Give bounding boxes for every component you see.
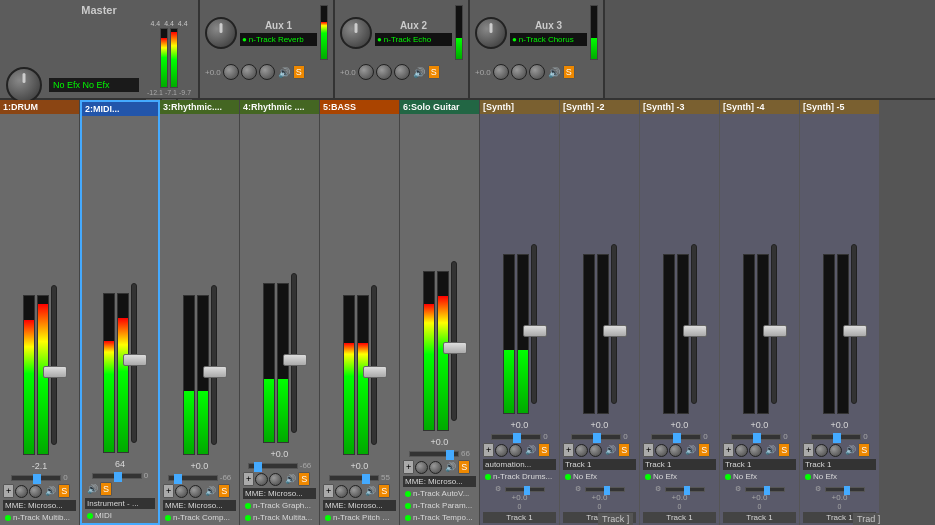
channel-guitar-efx-3[interactable]: n-Track Tempo... <box>403 512 476 523</box>
channel-synth2-plus-btn[interactable]: + <box>563 443 574 457</box>
channel-synth1-knob2[interactable] <box>509 444 522 457</box>
channel-synth2-fader[interactable] <box>603 325 627 337</box>
aux1-headphone-icon[interactable]: 🔊 <box>277 65 291 79</box>
channel-drum-knob1[interactable] <box>15 485 28 498</box>
channel-synth1-plus-btn[interactable]: + <box>483 443 494 457</box>
channel-synth2-speaker-icon[interactable]: 🔊 <box>603 443 617 457</box>
channel-synth5-header[interactable]: [Synth] -5 <box>800 100 879 114</box>
channel-midi-pan-slider[interactable] <box>92 473 142 479</box>
channel-guitar-plus-btn[interactable]: + <box>403 460 414 474</box>
channel-rhythmic1-header[interactable]: 3:Rhythmic.... <box>160 100 239 114</box>
channel-bass-knob2[interactable] <box>349 485 362 498</box>
channel-bass-knob1[interactable] <box>335 485 348 498</box>
channel-drum-device[interactable]: MME: Microso... <box>3 500 76 511</box>
channel-midi-efx-1[interactable]: MIDI <box>85 510 155 521</box>
channel-synth5-efx-1[interactable]: No Efx <box>803 471 876 482</box>
channel-synth3-s-btn[interactable]: S <box>698 443 710 457</box>
aux2-headphone-icon[interactable]: 🔊 <box>412 65 426 79</box>
channel-rhythmic2-fader[interactable] <box>283 354 307 366</box>
channel-synth2-header[interactable]: [Synth] -2 <box>560 100 639 114</box>
aux3-small-knob-3[interactable] <box>529 64 545 80</box>
channel-drum-header[interactable]: 1:DRUM <box>0 100 79 114</box>
channel-synth4-s-btn[interactable]: S <box>778 443 790 457</box>
aux3-headphone-icon[interactable]: 🔊 <box>547 65 561 79</box>
channel-rhythmic2-efx-1[interactable]: n-Track Graph... <box>243 500 316 511</box>
channel-rhythmic1-plus-btn[interactable]: + <box>163 484 174 498</box>
channel-bass-pan-slider[interactable] <box>329 475 379 481</box>
channel-synth3-send-fader[interactable] <box>665 487 705 492</box>
aux1-s-button[interactable]: S <box>293 65 305 79</box>
channel-midi-fader[interactable] <box>123 354 147 366</box>
channel-bass-efx-1[interactable]: n-Track Pitch S... <box>323 512 396 523</box>
channel-synth5-pan-slider[interactable] <box>811 434 861 440</box>
channel-guitar-knob2[interactable] <box>429 461 442 474</box>
channel-drum-knob2[interactable] <box>29 485 42 498</box>
channel-rhythmic2-knob2[interactable] <box>269 473 282 486</box>
aux2-s-button[interactable]: S <box>428 65 440 79</box>
aux3-small-knob-1[interactable] <box>493 64 509 80</box>
channel-rhythmic1-knob2[interactable] <box>189 485 202 498</box>
channel-rhythmic1-device[interactable]: MME: Microso... <box>163 500 236 511</box>
channel-rhythmic1-knob1[interactable] <box>175 485 188 498</box>
channel-synth5-plus-btn[interactable]: + <box>803 443 814 457</box>
aux1-small-knob-2[interactable] <box>241 64 257 80</box>
channel-synth2-send-fader[interactable] <box>585 487 625 492</box>
channel-synth2-device[interactable]: Track 1 <box>563 459 636 470</box>
channel-synth3-header[interactable]: [Synth] -3 <box>640 100 719 114</box>
channel-guitar-pan-slider[interactable] <box>409 451 459 457</box>
aux3-s-button[interactable]: S <box>563 65 575 79</box>
channel-bass-device[interactable]: MME: Microso... <box>323 500 396 511</box>
channel-synth3-knob2[interactable] <box>669 444 682 457</box>
channel-synth1-s-btn[interactable]: S <box>538 443 550 457</box>
channel-synth2-efx-1[interactable]: No Efx <box>563 471 636 482</box>
channel-rhythmic2-plus-btn[interactable]: + <box>243 472 254 486</box>
channel-drum-pan-slider[interactable] <box>11 475 61 481</box>
channel-synth5-send-fader[interactable] <box>825 487 865 492</box>
channel-guitar-s-btn[interactable]: S <box>458 460 470 474</box>
aux2-small-knob-1[interactable] <box>358 64 374 80</box>
master-knob[interactable] <box>6 67 42 103</box>
channel-synth3-device[interactable]: Track 1 <box>643 459 716 470</box>
channel-synth4-pan-slider[interactable] <box>731 434 781 440</box>
channel-synth1-header[interactable]: [Synth] <box>480 100 559 114</box>
channel-synth3-speaker-icon[interactable]: 🔊 <box>683 443 697 457</box>
channel-synth1-fader[interactable] <box>523 325 547 337</box>
channel-synth5-speaker-icon[interactable]: 🔊 <box>843 443 857 457</box>
channel-rhythmic2-efx-2[interactable]: n-Track Multita... <box>243 512 316 523</box>
channel-synth3-pan-slider[interactable] <box>651 434 701 440</box>
channel-rhythmic1-pan-slider[interactable] <box>168 475 218 481</box>
channel-synth4-send-fader[interactable] <box>745 487 785 492</box>
channel-rhythmic1-efx-1[interactable]: n-Track Comp... <box>163 512 236 523</box>
channel-synth3-fader[interactable] <box>683 325 707 337</box>
channel-rhythmic2-device[interactable]: MME: Microso... <box>243 488 316 499</box>
channel-synth4-knob2[interactable] <box>749 444 762 457</box>
channel-rhythmic2-s-btn[interactable]: S <box>298 472 310 486</box>
channel-synth3-efx-1[interactable]: No Efx <box>643 471 716 482</box>
channel-guitar-header[interactable]: 6:Solo Guitar <box>400 100 479 114</box>
channel-synth4-device[interactable]: Track 1 <box>723 459 796 470</box>
channel-synth5-fader[interactable] <box>843 325 867 337</box>
channel-bass-plus-btn[interactable]: + <box>323 484 334 498</box>
channel-synth1-send-fader[interactable] <box>505 487 545 492</box>
channel-synth1-pan-slider[interactable] <box>491 434 541 440</box>
channel-synth1-speaker-icon[interactable]: 🔊 <box>523 443 537 457</box>
channel-midi-speaker-icon[interactable]: 🔊 <box>85 482 99 496</box>
aux2-small-knob-2[interactable] <box>376 64 392 80</box>
aux1-knob[interactable] <box>205 17 237 49</box>
channel-synth5-s-btn[interactable]: S <box>858 443 870 457</box>
channel-synth2-knob1[interactable] <box>575 444 588 457</box>
channel-guitar-fader[interactable] <box>443 342 467 354</box>
channel-drum-fader[interactable] <box>43 366 67 378</box>
channel-guitar-knob1[interactable] <box>415 461 428 474</box>
channel-bass-s-btn[interactable]: S <box>378 484 390 498</box>
channel-midi-device[interactable]: Instrument - ... <box>85 498 155 509</box>
channel-bass-fader[interactable] <box>363 366 387 378</box>
channel-drum-plus-btn[interactable]: + <box>3 484 14 498</box>
aux2-knob[interactable] <box>340 17 372 49</box>
channel-guitar-efx-2[interactable]: n-Track Param... <box>403 500 476 511</box>
channel-synth5-knob1[interactable] <box>815 444 828 457</box>
channel-midi-s-btn[interactable]: S <box>100 482 112 496</box>
channel-rhythmic1-fader[interactable] <box>203 366 227 378</box>
channel-synth2-knob2[interactable] <box>589 444 602 457</box>
channel-guitar-efx-1[interactable]: n-Track AutoV... <box>403 488 476 499</box>
